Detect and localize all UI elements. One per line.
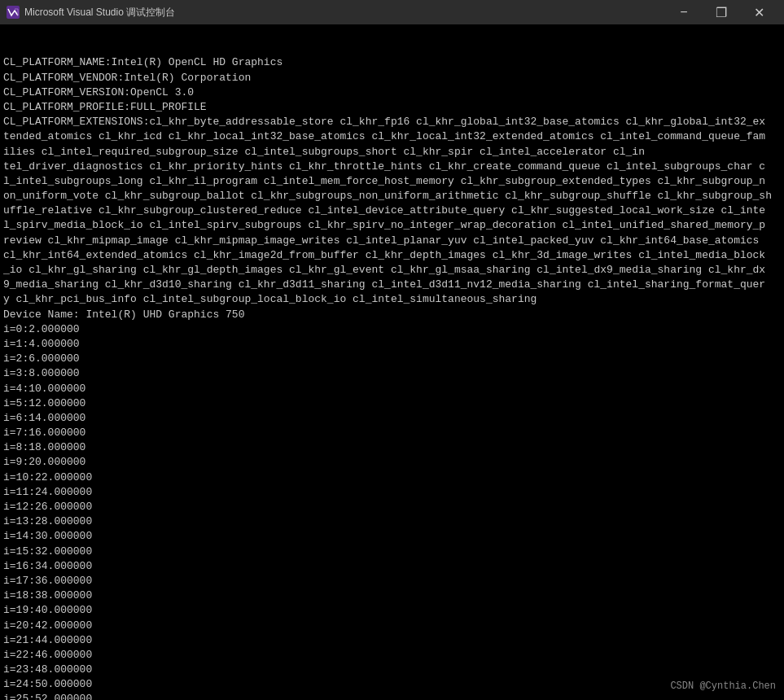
console-line: i=9:20.000000 xyxy=(3,455,781,470)
console-line: Device Name: Intel(R) UHD Graphics 750 xyxy=(3,308,781,322)
console-line: on_uniform_vote cl_khr_subgroup_ballot c… xyxy=(3,189,781,203)
console-line: i=2:6.000000 xyxy=(3,352,781,366)
console-line: i=10:22.000000 xyxy=(3,470,781,485)
console-line: CL_PLATFORM_PROFILE:FULL_PROFILE xyxy=(3,100,781,115)
console-line: cl_khr_int64_extended_atomics cl_khr_ima… xyxy=(3,248,781,263)
console-line: i=11:24.000000 xyxy=(3,485,781,500)
restore-button[interactable]: ❐ xyxy=(703,0,740,24)
console-line: ilies cl_intel_required_subgroup_size cl… xyxy=(3,145,781,160)
console-line: i=18:38.000000 xyxy=(3,588,781,603)
console-line: review cl_khr_mipmap_image cl_khr_mipmap… xyxy=(3,234,781,248)
console-area: CL_PLATFORM_NAME:Intel(R) OpenCL HD Grap… xyxy=(0,24,784,700)
console-line: i=13:28.000000 xyxy=(3,514,781,529)
console-line: i=19:40.000000 xyxy=(3,603,781,618)
console-line: i=6:14.000000 xyxy=(3,411,781,426)
console-line: tended_atomics cl_khr_icd cl_khr_local_i… xyxy=(3,129,781,144)
console-line: uffle_relative cl_khr_subgroup_clustered… xyxy=(3,203,781,218)
console-line: i=1:4.000000 xyxy=(3,337,781,352)
console-line: i=21:44.000000 xyxy=(3,633,781,648)
console-line: CL_PLATFORM_VENDOR:Intel(R) Corporation xyxy=(3,71,781,85)
console-line: i=0:2.000000 xyxy=(3,322,781,337)
console-line: i=14:30.000000 xyxy=(3,529,781,544)
console-content: CL_PLATFORM_NAME:Intel(R) OpenCL HD Grap… xyxy=(0,24,784,700)
console-line: i=16:34.000000 xyxy=(3,559,781,574)
console-line: i=23:48.000000 xyxy=(3,663,781,677)
console-line: _io cl_khr_gl_sharing cl_khr_gl_depth_im… xyxy=(3,263,781,278)
vs-logo-icon xyxy=(7,6,20,19)
console-line: CL_PLATFORM_EXTENSIONS:cl_khr_byte_addre… xyxy=(3,115,781,129)
console-line: CL_PLATFORM_VERSION:OpenCL 3.0 xyxy=(3,85,781,100)
console-line: 9_media_sharing cl_khr_d3d10_sharing cl_… xyxy=(3,278,781,292)
console-line: CL_PLATFORM_NAME:Intel(R) OpenCL HD Grap… xyxy=(3,55,781,70)
minimize-button[interactable]: − xyxy=(665,0,703,24)
console-line: i=20:42.000000 xyxy=(3,619,781,633)
close-button[interactable]: ✕ xyxy=(740,0,777,24)
console-line: i=4:10.000000 xyxy=(3,382,781,396)
console-line: i=3:8.000000 xyxy=(3,366,781,381)
console-line: i=7:16.000000 xyxy=(3,426,781,440)
window-title: Microsoft Visual Studio 调试控制台 xyxy=(24,6,175,20)
console-line: tel_driver_diagnostics cl_khr_priority_h… xyxy=(3,160,781,174)
console-line: l_intel_subgroups_long cl_khr_il_program… xyxy=(3,174,781,189)
console-line: i=12:26.000000 xyxy=(3,500,781,514)
title-bar-left: Microsoft Visual Studio 调试控制台 xyxy=(7,6,175,20)
title-bar: Microsoft Visual Studio 调试控制台 − ❐ ✕ xyxy=(0,0,784,24)
console-line: i=5:12.000000 xyxy=(3,396,781,411)
console-line: i=15:32.000000 xyxy=(3,545,781,559)
console-line: i=25:52.000000 xyxy=(3,692,781,700)
console-line: i=24:50.000000 xyxy=(3,677,781,692)
console-line: i=22:46.000000 xyxy=(3,648,781,663)
console-line: y cl_khr_pci_bus_info cl_intel_subgroup_… xyxy=(3,292,781,307)
console-line: i=17:36.000000 xyxy=(3,574,781,588)
console-line: i=8:18.000000 xyxy=(3,440,781,455)
window-controls: − ❐ ✕ xyxy=(665,0,777,24)
watermark: CSDN @Cynthia.Chen xyxy=(670,680,776,692)
console-line: l_spirv_media_block_io cl_intel_spirv_su… xyxy=(3,218,781,233)
